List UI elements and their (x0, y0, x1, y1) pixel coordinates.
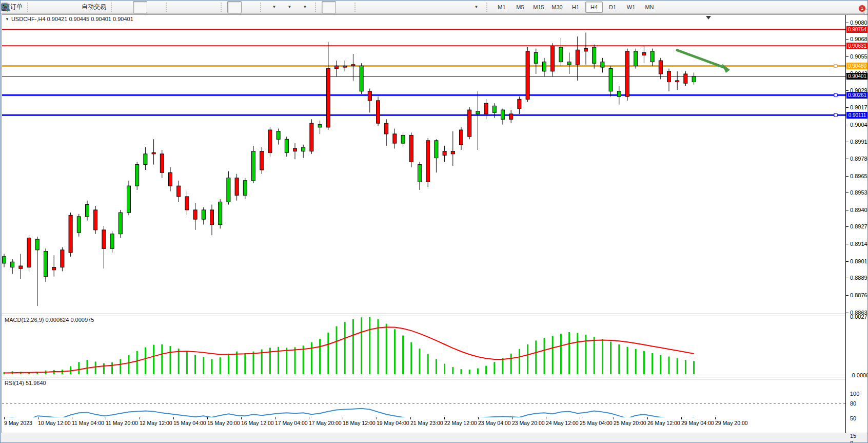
macd-panel[interactable] (2, 315, 845, 377)
rsi-axis-label: 15 (850, 433, 856, 439)
time-axis-label: 15 May 20:00 (207, 420, 240, 426)
price-axis-tickmark (846, 56, 849, 57)
time-axis[interactable]: 9 May 202310 May 12:0011 May 04:0011 May… (2, 417, 868, 433)
time-axis-label: 23 May 20:00 (512, 420, 545, 426)
arrows-tool-button[interactable]: ▼ (469, 1, 483, 13)
time-axis-tickmark (478, 417, 479, 419)
time-axis-label: 23 May 04:00 (478, 420, 511, 426)
timeframe-button-m1[interactable]: M1 (493, 2, 510, 13)
toolbar-separator (221, 3, 224, 12)
bear-candle (210, 210, 214, 225)
bull-candle (609, 69, 613, 91)
toolbar-separator (315, 3, 319, 12)
line-handle[interactable] (834, 113, 837, 117)
bear-candle (676, 81, 679, 82)
autotrading-button[interactable]: 自动交易 (80, 1, 108, 13)
crosshair-tool-button[interactable] (337, 1, 351, 13)
zoom-out-button[interactable] (188, 1, 202, 13)
timeframe-button-h4[interactable]: H4 (585, 2, 603, 13)
panel-separator[interactable] (2, 377, 845, 379)
bear-candle (326, 69, 330, 127)
price-chart[interactable] (2, 15, 845, 314)
zoom-in-button[interactable] (172, 1, 187, 13)
bear-candle (335, 66, 339, 68)
text-tool-button[interactable]: A (438, 1, 452, 13)
bull-candle (360, 66, 363, 91)
bull-candle (650, 51, 654, 62)
indicators-button[interactable]: ▼ (267, 1, 281, 13)
rsi-axis-label: 100 (850, 391, 859, 397)
time-axis-label: 9 May 2023 (4, 420, 32, 426)
time-axis-tickmark (444, 417, 445, 419)
panel-separator[interactable] (2, 314, 845, 316)
periods-button[interactable]: ▼ (282, 1, 297, 13)
cursor-tool-button[interactable] (322, 1, 336, 13)
price-axis-tickmark (846, 176, 849, 177)
line-handle[interactable] (834, 93, 837, 97)
tile-windows-button[interactable] (203, 1, 218, 13)
bull-candle (567, 62, 571, 65)
timeframe-button-d1[interactable]: D1 (604, 2, 621, 13)
time-axis-label: 11 May 20:00 (106, 420, 138, 426)
line-chart-mode-button[interactable] (148, 1, 163, 13)
auto-scroll-button[interactable] (227, 1, 242, 13)
templates-button[interactable]: ▼ (298, 1, 312, 13)
line-handle[interactable] (834, 64, 837, 67)
timeframe-button-mn[interactable]: MN (641, 2, 658, 13)
chart-shift-button[interactable] (243, 1, 257, 13)
autotrading-label: 自动交易 (82, 3, 106, 11)
price-axis[interactable]: 0.908050.906800.905500.904250.902950.901… (846, 15, 868, 433)
vertical-line-tool-button[interactable] (361, 1, 376, 13)
timeframe-button-w1[interactable]: W1 (622, 2, 640, 13)
time-axis-label: 29 May 04:00 (681, 420, 714, 426)
bull-candle (135, 165, 139, 186)
toolbar-separator (486, 3, 490, 12)
horizontal-line-tool-button[interactable] (377, 1, 391, 13)
bear-candle (385, 123, 388, 134)
chart-shift-marker[interactable] (706, 16, 711, 20)
bear-candle (268, 130, 272, 152)
bear-candle (260, 151, 264, 170)
price-axis-tickmark (846, 244, 849, 244)
price-axis-tickmark (846, 23, 849, 23)
navigator-button[interactable] (65, 1, 79, 13)
bull-candle (593, 47, 596, 63)
timeframe-button-m30[interactable]: M30 (548, 2, 566, 13)
bull-candle (318, 125, 322, 127)
time-axis-label: 17 May 04:00 (275, 420, 308, 426)
toolbar-separator (27, 3, 31, 12)
fibonacci-tool-button[interactable]: F (423, 1, 437, 13)
channel-tool-button[interactable]: E (407, 1, 422, 13)
time-axis-label: 15 May 04:00 (173, 420, 206, 426)
bear-candle (443, 151, 446, 156)
macd-axis-label: -0.000038 (850, 372, 868, 378)
bear-candle (293, 148, 297, 151)
bear-candle (576, 50, 579, 65)
bear-candle (69, 215, 72, 253)
timeframe-button-m15[interactable]: M15 (530, 2, 547, 13)
data-window-button[interactable] (49, 1, 64, 13)
timeframe-button-h1[interactable]: H1 (567, 2, 584, 13)
time-axis-tickmark (614, 417, 614, 419)
time-axis-tickmark (275, 417, 275, 419)
candlestick-mode-button[interactable] (133, 1, 147, 13)
timeframe-button-m5[interactable]: M5 (511, 2, 529, 13)
price-axis-tick-label: 0.89145 (850, 241, 868, 247)
bull-candle (285, 139, 288, 152)
time-axis-tickmark (173, 417, 174, 419)
search-icon[interactable] (1, 2, 11, 12)
time-axis-tickmark (309, 417, 309, 419)
time-axis-label: 25 May 04:00 (580, 420, 613, 426)
price-axis-tickmark (846, 261, 849, 262)
rsi-axis-label: 50 (850, 415, 856, 421)
bull-candle (11, 262, 14, 267)
bull-candle (35, 239, 39, 250)
trendline-tool-button[interactable] (392, 1, 406, 13)
market-watch-button[interactable] (34, 1, 48, 13)
time-axis-label: 17 May 20:00 (309, 420, 342, 426)
bar-chart-mode-button[interactable] (117, 1, 132, 13)
symbol-dropdown-icon[interactable]: ▼ (5, 17, 9, 22)
bear-candle (61, 250, 64, 267)
text-label-tool-button[interactable]: T (453, 1, 468, 13)
price-axis-tickmark (846, 210, 849, 210)
